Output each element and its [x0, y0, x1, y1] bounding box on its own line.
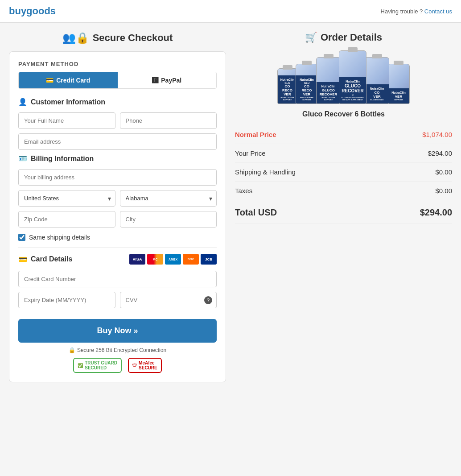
zip-city-row [18, 211, 217, 228]
checkout-title: 👥🔒 Secure Checkout [9, 32, 226, 44]
label-2: NutraClin GLU CORECOVER BLOOD SUGAR SUPP… [296, 75, 317, 103]
country-select-wrap: United States Canada United Kingdom [18, 190, 115, 207]
payment-tabs: 💳 Credit Card 🅿 PayPal [18, 72, 217, 89]
name-phone-row [18, 112, 217, 129]
badge-row: ✅ TRUST GUARDSECURED 🛡 McAfeeSECURE [18, 358, 217, 373]
email-row [18, 133, 217, 150]
label-1: NutraClin GLU CORECOVER BLOOD SUGAR SUPP… [278, 75, 297, 103]
cvv-input[interactable] [120, 292, 217, 308]
your-price-label: Your Price [235, 144, 377, 163]
city-input[interactable] [120, 211, 217, 228]
secure-icon: 👥🔒 [62, 32, 89, 44]
checkout-box: PAYMENT METHOD 💳 Credit Card 🅿 PayPal 👤 … [9, 51, 226, 382]
full-name-input[interactable] [18, 112, 115, 129]
bottle-6: NutraClin VER SUPPORT [387, 64, 410, 104]
address-row [18, 169, 217, 186]
price-table: Normal Price $1,074.00 Your Price $294.0… [235, 125, 452, 224]
card-icon: 💳 [18, 255, 27, 264]
zip-input[interactable] [18, 211, 115, 228]
label-6: NutraClin VER SUPPORT [388, 88, 409, 103]
payment-method-label: PAYMENT METHOD [18, 61, 217, 67]
phone-input[interactable] [120, 112, 217, 129]
cap-6 [394, 61, 403, 65]
bottle-4-main: NutraClin GLUCORECOVER 🛡 BLOOD SUGAR SUP… [339, 50, 366, 104]
mcafee-icon: 🛡 [132, 363, 137, 368]
cvv-help-icon[interactable]: ? [204, 296, 212, 304]
taxes-value: $0.00 [377, 182, 452, 200]
state-select-wrap: Alabama Alaska Arizona California Florid… [120, 190, 217, 207]
your-price-value: $294.00 [377, 144, 452, 163]
label-5: NutraClin COVER BLOOD SUGAR [365, 84, 389, 103]
customer-info-heading: 👤 Customer Information [18, 98, 217, 106]
buy-now-button[interactable]: Buy Now » [18, 319, 217, 343]
cap-5 [372, 54, 382, 58]
person-icon: 👤 [18, 98, 27, 106]
normal-price-row: Normal Price $1,074.00 [235, 125, 452, 144]
same-shipping-label: Same shipping details [29, 234, 90, 241]
taxes-label: Taxes [235, 182, 377, 200]
shipping-row: Shipping & Handling $0.00 [235, 163, 452, 182]
total-value: $294.00 [377, 200, 452, 224]
total-label: Total USD [235, 200, 377, 224]
bottle-group: NutraClin GLU CORECOVER BLOOD SUGAR SUPP… [277, 50, 410, 104]
bottle-1: NutraClin GLU CORECOVER BLOOD SUGAR SUPP… [277, 68, 297, 104]
mcafee-badge: 🛡 McAfeeSECURE [128, 358, 162, 373]
normal-price-label: Normal Price [235, 125, 377, 144]
card-number-input[interactable] [18, 271, 217, 287]
logo: buygoods [9, 5, 56, 17]
total-row: Total USD $294.00 [235, 200, 452, 224]
top-bar: buygoods Having trouble ? Contact us [0, 0, 461, 23]
label-4: NutraClin GLUCORECOVER 🛡 BLOOD SUGAR SUP… [339, 77, 366, 103]
cap-3 [324, 54, 333, 58]
billing-icon: 🪪 [18, 154, 27, 163]
cart-icon: 🛒 [305, 32, 317, 43]
cap-1 [283, 65, 292, 70]
card-number-row [18, 271, 217, 287]
card-details-header: 💳 Card Details VISA MC AMEX DISC JCB [18, 254, 217, 265]
secure-text: 🔒 Secure 256 Bit Encrypted Connection [18, 347, 217, 353]
trust-guard-badge: ✅ TRUST GUARDSECURED [73, 358, 122, 373]
shipping-value: $0.00 [377, 163, 452, 182]
your-price-row: Your Price $294.00 [235, 144, 452, 163]
country-state-row: United States Canada United Kingdom Alab… [18, 190, 217, 207]
tab-credit-card[interactable]: 💳 Credit Card [19, 72, 118, 88]
state-select[interactable]: Alabama Alaska Arizona California Florid… [120, 190, 217, 207]
contact-link[interactable]: Contact us [424, 8, 452, 15]
checkout-panel: 👥🔒 Secure Checkout PAYMENT METHOD 💳 Cred… [9, 32, 226, 382]
credit-card-icon: 💳 [46, 77, 54, 84]
taxes-row: Taxes $0.00 [235, 182, 452, 200]
cap-2 [302, 61, 312, 65]
country-select[interactable]: United States Canada United Kingdom [18, 190, 115, 207]
product-image: NutraClin GLU CORECOVER BLOOD SUGAR SUPP… [235, 50, 452, 104]
trust-guard-icon: ✅ [78, 363, 83, 368]
divider [18, 247, 217, 248]
same-shipping-row: Same shipping details [18, 234, 217, 241]
label-3: NutraClin GLUCORECOVER BLOOD SUGAR SUPPO… [317, 82, 340, 103]
bottle-3: NutraClin GLUCORECOVER BLOOD SUGAR SUPPO… [316, 57, 341, 104]
tab-paypal[interactable]: 🅿 PayPal [118, 72, 217, 88]
bottle-2: NutraClin GLU CORECOVER BLOOD SUGAR SUPP… [296, 64, 318, 104]
amex-icon: AMEX [165, 254, 181, 265]
expiry-cvv-row: ? [18, 292, 217, 308]
card-icons: VISA MC AMEX DISC JCB [129, 254, 217, 265]
order-panel: 🛒 Order Details NutraClin GLU CORECOVER … [235, 32, 452, 382]
shipping-label: Shipping & Handling [235, 163, 377, 182]
visa-icon: VISA [129, 254, 145, 265]
email-input[interactable] [18, 133, 217, 150]
billing-info-heading: 🪪 Billing Information [18, 154, 217, 163]
discover-icon: DISC [183, 254, 199, 265]
lock-icon: 🔒 [69, 347, 75, 353]
card-details-heading: 💳 Card Details [18, 255, 72, 264]
same-shipping-checkbox[interactable] [18, 234, 25, 241]
billing-address-input[interactable] [18, 169, 217, 186]
mastercard-icon: MC [147, 254, 163, 265]
bottle-5: NutraClin COVER BLOOD SUGAR [365, 57, 389, 104]
paypal-icon: 🅿 [152, 77, 158, 84]
jcb-icon: JCB [201, 254, 217, 265]
normal-price-value: $1,074.00 [377, 125, 452, 144]
order-title: 🛒 Order Details [235, 32, 452, 43]
expiry-input[interactable] [18, 292, 115, 308]
cap-4 [348, 47, 358, 52]
product-name: Gluco Recover 6 Bottles [235, 110, 452, 118]
trouble-text: Having trouble ? Contact us [381, 8, 452, 15]
